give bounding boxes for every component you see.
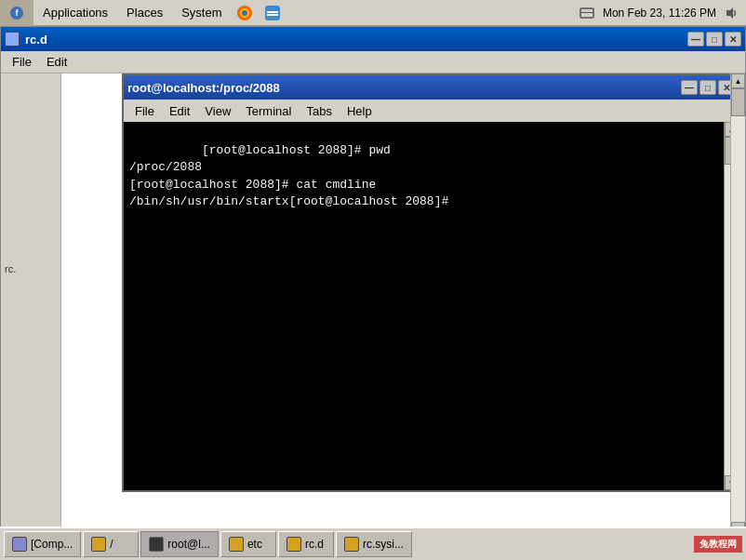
terminal-line-4: /bin/sh/usr/bin/startx[root@localhost 20… — [129, 194, 448, 208]
taskbar: [Comp... / root@l... etc rc.d rc.sysi...… — [0, 527, 746, 560]
inner-menu-terminal[interactable]: Terminal — [238, 102, 299, 120]
terminal-icon — [149, 537, 164, 552]
rcd-folder-icon — [286, 537, 301, 552]
terminal-line-2: /proc/2088 — [129, 160, 202, 174]
terminal-line-1: [root@localhost 2088]# pwd — [202, 143, 391, 157]
applications-menu[interactable]: Applications — [33, 0, 117, 26]
sidebar-rc-label: rc. — [1, 260, 60, 278]
fedora-logo[interactable]: f — [0, 0, 33, 26]
taskbar-right: 兔教程网 — [694, 536, 742, 553]
outer-scroll-up[interactable]: ▲ — [731, 73, 745, 88]
network-icon — [579, 5, 595, 21]
extra-launcher[interactable] — [259, 0, 286, 26]
taskbar-rcsysi[interactable]: rc.sysi... — [336, 531, 412, 557]
etc-folder-icon — [229, 537, 244, 552]
applications-label: Applications — [43, 6, 108, 20]
svg-marker-10 — [726, 7, 733, 19]
fedora-icon: f — [9, 6, 24, 20]
inner-scrollbar: ▲ ▼ — [724, 122, 730, 490]
outer-minimize-button[interactable]: — — [687, 32, 704, 47]
outer-menubar: File Edit — [1, 51, 745, 73]
firefox-launcher[interactable] — [231, 0, 259, 26]
inner-menubar: File Edit View Terminal Tabs Help — [124, 100, 730, 122]
inner-menu-tabs[interactable]: Tabs — [299, 102, 339, 120]
places-label: Places — [127, 6, 163, 20]
taskbar-rcsysi-label: rc.sysi... — [363, 538, 404, 551]
taskbar-etc[interactable]: etc — [220, 531, 276, 557]
computer-icon — [12, 537, 27, 552]
inner-scroll-down[interactable]: ▼ — [725, 475, 730, 490]
inner-terminal-window: root@localhost:/proc/2088 — □ ✕ File Edi… — [122, 73, 730, 492]
outer-titlebar: rc.d — □ ✕ — [1, 27, 745, 51]
system-menu[interactable]: System — [172, 0, 231, 26]
outer-sidebar: rc. — [1, 73, 61, 537]
taskbar-terminal[interactable]: root@l... — [140, 531, 219, 557]
root-folder-icon — [91, 537, 106, 552]
top-bar-left: f Applications Places System — [0, 0, 286, 26]
svg-rect-6 — [267, 11, 278, 13]
inner-minimize-button[interactable]: — — [681, 80, 698, 95]
outer-window: rc.d — □ ✕ File Edit rc. http://blog.csd… — [0, 26, 746, 560]
firefox-icon — [236, 5, 253, 21]
taskbar-rcd[interactable]: rc.d — [278, 531, 334, 557]
places-menu[interactable]: Places — [117, 0, 172, 26]
svg-point-4 — [242, 10, 247, 16]
outer-scroll-thumb[interactable] — [731, 88, 745, 116]
taskbar-computer-label: [Comp... — [31, 538, 73, 551]
inner-scroll-track[interactable] — [725, 137, 730, 475]
brand-badge: 兔教程网 — [694, 536, 742, 553]
outer-menu-file[interactable]: File — [5, 53, 39, 71]
outer-titlebar-left: rc.d — [5, 32, 47, 47]
rcsysi-folder-icon — [344, 537, 359, 552]
speaker-icon — [724, 6, 739, 20]
system-label: System — [181, 6, 221, 20]
inner-menu-file[interactable]: File — [127, 102, 162, 120]
inner-menu-help[interactable]: Help — [340, 102, 380, 120]
inner-window-title: root@localhost:/proc/2088 — [127, 81, 280, 95]
outer-window-title: rc.d — [25, 33, 47, 47]
inner-close-button[interactable]: ✕ — [718, 80, 730, 95]
datetime-display: Mon Feb 23, 11:26 PM — [603, 7, 716, 20]
top-system-bar: f Applications Places System — [0, 0, 746, 26]
inner-maximize-button[interactable]: □ — [699, 80, 716, 95]
taskbar-rcd-label: rc.d — [305, 538, 324, 551]
inner-scroll-up[interactable]: ▲ — [725, 122, 730, 137]
extra-icon — [264, 5, 281, 21]
outer-titlebar-buttons: — □ ✕ — [687, 32, 741, 47]
inner-scroll-thumb[interactable] — [725, 137, 730, 165]
taskbar-root-folder[interactable]: / — [83, 531, 139, 557]
inner-menu-view[interactable]: View — [197, 102, 238, 120]
inner-menu-edit[interactable]: Edit — [162, 102, 197, 120]
outer-main: http://blog.csdn.net/Jerry_1126 root@loc… — [61, 73, 730, 537]
terminal-line-3: [root@localhost 2088]# cat cmdline — [129, 178, 376, 192]
outer-close-button[interactable]: ✕ — [725, 32, 741, 47]
outer-window-icon — [5, 32, 20, 47]
taskbar-computer[interactable]: [Comp... — [4, 531, 81, 557]
top-bar-right: Mon Feb 23, 11:26 PM — [579, 5, 746, 21]
inner-titlebar-buttons: — □ ✕ — [681, 80, 730, 95]
outer-scroll-track[interactable] — [731, 88, 745, 522]
outer-menu-edit[interactable]: Edit — [39, 53, 74, 71]
svg-rect-9 — [580, 12, 593, 13]
terminal-content[interactable]: [root@localhost 2088]# pwd /proc/2088 [r… — [124, 122, 730, 475]
outer-scrollbar: ▲ ▼ — [730, 73, 745, 537]
taskbar-root-label: / — [110, 538, 113, 551]
taskbar-terminal-label: root@l... — [167, 538, 210, 551]
outer-maximize-button[interactable]: □ — [706, 32, 723, 47]
svg-rect-7 — [267, 14, 278, 16]
taskbar-etc-label: etc — [247, 538, 262, 551]
inner-titlebar: root@localhost:/proc/2088 — □ ✕ — [124, 75, 730, 100]
